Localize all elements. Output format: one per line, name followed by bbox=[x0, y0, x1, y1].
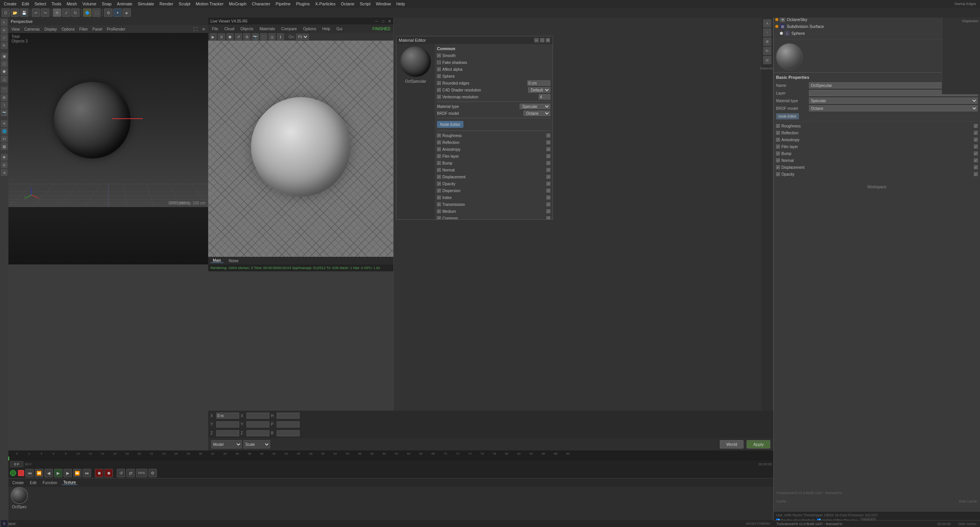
lv-menu-options[interactable]: Options bbox=[301, 27, 318, 31]
vp-tab-panel[interactable]: Panel bbox=[91, 27, 104, 31]
bottom-viewport[interactable] bbox=[8, 207, 208, 264]
vp-tab-options[interactable]: Options bbox=[60, 27, 76, 31]
model-dropdown[interactable]: Model bbox=[211, 440, 242, 449]
bp-opacity-cb[interactable]: ✓ bbox=[776, 172, 780, 176]
transport-play[interactable]: ▶ bbox=[54, 469, 62, 477]
displacement-channel-checkbox[interactable]: ✓ bbox=[437, 175, 441, 179]
lv-menu-objects[interactable]: Objects bbox=[238, 27, 256, 31]
fake-shadows-checkbox[interactable] bbox=[437, 60, 441, 64]
tool-tag[interactable]: 🏷 bbox=[1, 135, 8, 142]
bp-bump-cb[interactable]: ✓ bbox=[776, 152, 780, 155]
lv-menu-help[interactable]: Help bbox=[320, 27, 333, 31]
bp-mattype-dropdown[interactable]: Specular bbox=[809, 98, 978, 104]
transport-frame-fwd[interactable]: ▶ bbox=[64, 469, 72, 477]
lv-minimize[interactable]: ─ bbox=[375, 19, 378, 23]
tool-octane[interactable]: ◎ bbox=[1, 162, 8, 168]
new-btn[interactable]: 🗋 bbox=[2, 8, 10, 17]
bp-normal-en[interactable]: ✓ bbox=[974, 158, 978, 162]
dispersion-channel-checkbox[interactable]: ✓ bbox=[437, 189, 441, 193]
tool-bottom-1[interactable]: S bbox=[1, 520, 8, 527]
medium-channel-checkbox[interactable]: ✓ bbox=[437, 209, 441, 213]
tool-xp[interactable]: ✱ bbox=[1, 154, 8, 161]
menu-item-help[interactable]: Help bbox=[394, 0, 407, 8]
frame-input[interactable] bbox=[10, 461, 23, 467]
size-y-input[interactable] bbox=[246, 421, 269, 427]
normal-enabled[interactable]: ✓ bbox=[546, 168, 550, 172]
transport-end[interactable]: ⏭ bbox=[83, 469, 91, 477]
menu-item-character[interactable]: Character bbox=[249, 0, 272, 8]
bp-opacity-en[interactable]: ✓ bbox=[974, 172, 978, 176]
tool-spline[interactable]: ⌒ bbox=[1, 86, 8, 93]
bp-reflection-en[interactable]: ✓ bbox=[974, 131, 978, 135]
lv-pause-btn[interactable]: ⏸ bbox=[218, 33, 225, 40]
size-z-input[interactable] bbox=[246, 430, 269, 436]
lv-region-btn[interactable]: ⬚ bbox=[260, 33, 267, 40]
menu-item-mograph[interactable]: MoGraph bbox=[227, 0, 249, 8]
lv-menu-materials[interactable]: Materials bbox=[257, 27, 277, 31]
material-type-dropdown[interactable]: Specular bbox=[520, 104, 550, 109]
vertexmap-input[interactable] bbox=[539, 94, 550, 100]
scale-btn[interactable]: ⤢ bbox=[62, 8, 70, 17]
vp-close-btn[interactable]: ✕ bbox=[201, 27, 207, 31]
bp-displacement-en[interactable]: ✓ bbox=[974, 165, 978, 169]
menu-item-snap[interactable]: Snap bbox=[99, 0, 114, 8]
bump-enabled[interactable]: ✓ bbox=[546, 161, 550, 165]
size-x-input[interactable] bbox=[246, 413, 269, 419]
tool-scale[interactable]: ⤢ bbox=[1, 34, 8, 41]
rot-p-input[interactable] bbox=[277, 421, 300, 427]
bp-filmlayer-cb[interactable]: ✓ bbox=[776, 145, 780, 148]
bp-normal-cb[interactable]: ✓ bbox=[776, 158, 780, 162]
rounded-edges-checkbox[interactable]: ✓ bbox=[437, 81, 441, 85]
node-bar-3[interactable]: ⚙ bbox=[763, 38, 771, 46]
anisotropy-channel-checkbox[interactable]: ✓ bbox=[437, 147, 441, 151]
mat-maximize-btn[interactable]: □ bbox=[540, 38, 545, 42]
save-btn[interactable]: 💾 bbox=[20, 8, 28, 17]
bp-bump-en[interactable]: ✓ bbox=[974, 152, 978, 155]
menu-item-animate[interactable]: Animate bbox=[115, 0, 135, 8]
lv-close[interactable]: ✕ bbox=[388, 19, 391, 23]
material-preview-sphere[interactable] bbox=[400, 46, 431, 77]
menu-item-xparticles[interactable]: X-Particles bbox=[313, 0, 338, 8]
transmission-channel-checkbox[interactable]: ✓ bbox=[437, 202, 441, 206]
brdf-model-dropdown[interactable]: Octane bbox=[523, 111, 550, 116]
sphere-checkbox[interactable]: ✓ bbox=[437, 74, 441, 78]
lv-focus-btn[interactable]: ◎ bbox=[269, 33, 276, 40]
menu-item-sculpt[interactable]: Sculpt bbox=[176, 0, 193, 8]
menu-item-plugins[interactable]: Plugins bbox=[294, 0, 312, 8]
menu-item-render[interactable]: Render bbox=[157, 0, 176, 8]
lv-info-btn[interactable]: ℹ bbox=[277, 33, 284, 40]
world-btn[interactable]: World bbox=[720, 440, 744, 449]
shader-thumbnail[interactable] bbox=[11, 487, 28, 504]
transport-loop[interactable]: ↺ bbox=[117, 469, 125, 477]
lv-menu-cloud[interactable]: Cloud bbox=[222, 27, 236, 31]
mat-minimize-btn[interactable]: ─ bbox=[534, 38, 539, 42]
node-bar-1[interactable]: A bbox=[763, 19, 771, 28]
menu-item-tools[interactable]: Tools bbox=[49, 0, 64, 8]
tool-nurbs[interactable]: ⊞ bbox=[1, 94, 8, 101]
bp-brdf-dropdown[interactable]: Octane bbox=[809, 105, 978, 111]
shader-tab-texture[interactable]: Texture bbox=[62, 480, 78, 485]
bp-anisotropy-cb[interactable]: ✓ bbox=[776, 138, 780, 142]
tool-select[interactable]: ↖ bbox=[1, 19, 8, 26]
node-bar-2[interactable]: ↑ bbox=[763, 28, 771, 37]
menu-item-script[interactable]: Script bbox=[357, 0, 373, 8]
transport-fps[interactable]: FPS bbox=[136, 469, 147, 477]
render-region-btn[interactable]: ⬚ bbox=[92, 8, 101, 17]
common-channel-checkbox[interactable]: ✓ bbox=[437, 216, 441, 219]
transport-bounce[interactable]: ⇄ bbox=[126, 469, 135, 477]
rotate-btn[interactable]: ↻ bbox=[71, 8, 80, 17]
tool-deform[interactable]: ⌇ bbox=[1, 102, 8, 109]
menu-item-select[interactable]: Select bbox=[32, 0, 49, 8]
bp-reflection-cb[interactable]: ✓ bbox=[776, 131, 780, 135]
lv-play-btn[interactable]: ▶ bbox=[210, 33, 217, 40]
scale-dropdown[interactable]: Scale bbox=[243, 440, 270, 449]
reflection-channel-checkbox[interactable]: ✓ bbox=[437, 140, 441, 144]
menu-item-motion-tracker[interactable]: Motion Tracker bbox=[193, 0, 226, 8]
settings-btn[interactable]: ⚙ bbox=[104, 8, 113, 17]
lv-stop-btn[interactable]: ⏹ bbox=[227, 33, 233, 40]
node-editor-btn[interactable]: Node Editor bbox=[437, 121, 463, 128]
lv-tab-noise[interactable]: Noise bbox=[227, 259, 241, 263]
lv-on-dropdown[interactable]: F1 bbox=[296, 34, 309, 40]
index-channel-checkbox[interactable]: ✓ bbox=[437, 196, 441, 199]
c4d-shader-checkbox[interactable]: ✓ bbox=[437, 88, 441, 92]
